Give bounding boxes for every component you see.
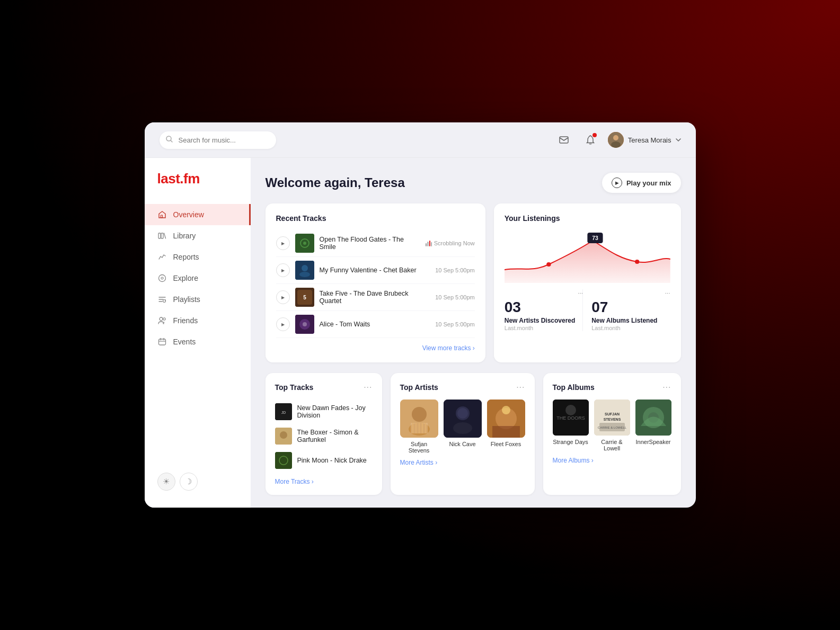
search-input[interactable]	[160, 131, 276, 149]
svg-text:5: 5	[303, 295, 306, 300]
track-name-2: My Funny Valentine - Chet Baker	[320, 267, 430, 274]
logo-text: last.fm	[157, 171, 200, 187]
top-artists-more-button[interactable]: ···	[516, 383, 525, 392]
top-artists-title: Top Artists	[400, 383, 438, 392]
svg-point-25	[303, 242, 306, 245]
track-meta-2: 10 Sep 5:00pm	[435, 267, 475, 273]
top-artists-card: Top Artists ···	[391, 373, 535, 495]
track-item: ▶ Open The Flood Gates - The Smile	[276, 230, 475, 257]
page-header: Welcome again, Teresa ▶ Play your mix	[266, 173, 681, 193]
track-name-3: Take Five - The Dave Brubeck Quartet	[320, 290, 430, 305]
play-mix-label: Play your mix	[626, 179, 671, 187]
light-theme-button[interactable]: ☀	[157, 473, 175, 491]
svg-point-62	[457, 408, 468, 419]
user-menu[interactable]: Teresa Morais	[608, 132, 681, 148]
svg-point-47	[280, 431, 287, 439]
svg-rect-28	[429, 241, 430, 246]
svg-point-18	[163, 318, 165, 320]
svg-point-61	[453, 422, 472, 434]
artist-photo-fleet	[487, 400, 525, 438]
top-track-thumbnail-1: JD	[275, 403, 292, 420]
play-mix-button[interactable]: ▶ Play your mix	[602, 173, 681, 193]
albums-grid: THE DOORS Strange Days SUFJAN	[553, 400, 671, 451]
top-tracks-card: Top Tracks ··· JD New Dawn Fades - Joy D…	[266, 373, 382, 495]
svg-point-5	[613, 135, 618, 140]
sidebar-item-overview[interactable]: Overview	[145, 204, 251, 225]
top-albums-card: Top Albums ··· THE DOORS	[543, 373, 681, 495]
notifications-button[interactable]	[581, 131, 599, 149]
svg-rect-66	[492, 426, 520, 438]
track-thumbnail-1	[295, 234, 314, 253]
svg-point-17	[160, 317, 163, 321]
sidebar-item-label-friends: Friends	[173, 316, 198, 325]
sidebar-item-reports[interactable]: Reports	[145, 246, 251, 268]
more-albums-label: More Albums ›	[553, 457, 594, 464]
album-item-strange: THE DOORS Strange Days	[553, 400, 589, 451]
top-track-thumbnail-2	[275, 428, 292, 445]
sidebar-item-label-events: Events	[173, 338, 196, 346]
svg-point-3	[589, 143, 591, 145]
more-albums-link[interactable]: More Albums ›	[553, 457, 671, 464]
sidebar-item-events[interactable]: Events	[145, 331, 251, 352]
sidebar-item-friends[interactable]: Friends	[145, 310, 251, 331]
artist-item-sufjan: Sufjan Stevens	[400, 400, 438, 454]
artist-name-cave: Nick Cave	[449, 441, 475, 447]
svg-point-10	[158, 275, 165, 282]
sidebar-item-library[interactable]: Library	[145, 225, 251, 246]
album-cover-strange: THE DOORS	[553, 400, 589, 436]
stat-item-artists: ··· 03 New Artists Discovered Last.month	[505, 289, 583, 331]
user-name: Teresa Morais	[628, 136, 671, 144]
track-thumbnail-3: 5	[295, 288, 314, 307]
svg-point-41	[635, 260, 639, 264]
top-track-thumbnail-3	[275, 452, 292, 469]
listenings-card: Your Listenings	[494, 203, 681, 362]
track-item: ▶ 5 Take Five - The Dave Brubeck Quartet…	[276, 284, 475, 311]
mail-button[interactable]	[555, 131, 573, 149]
stat-item-albums: ··· 07 New Albums Listened Last.month	[583, 289, 670, 331]
track-name-1: Open The Flood Gates - The Smile	[320, 236, 420, 251]
svg-point-31	[302, 265, 308, 271]
track-name-4: Alice - Tom Waits	[320, 321, 430, 328]
svg-rect-27	[427, 242, 428, 246]
more-tracks-link[interactable]: More Tracks ›	[275, 478, 373, 485]
more-artists-link[interactable]: More Artists ›	[400, 459, 525, 466]
svg-text:JD: JD	[281, 411, 286, 414]
stat-number-albums: 07	[591, 299, 670, 316]
track-meta-3: 10 Sep 5:00pm	[435, 294, 475, 300]
stat-sub-artists: Last.month	[505, 325, 583, 331]
top-track-item-1: JD New Dawn Fades - Joy Division	[275, 400, 373, 424]
track-play-button-4[interactable]: ▶	[276, 317, 290, 331]
svg-text:THE DOORS: THE DOORS	[556, 415, 585, 421]
stat-more-albums[interactable]: ···	[591, 289, 670, 297]
sidebar-item-playlists[interactable]: Playlists	[145, 289, 251, 310]
sidebar-item-explore[interactable]: Explore	[145, 268, 251, 289]
svg-line-1	[171, 140, 172, 142]
svg-text:CARRIE & LOWELL: CARRIE & LOWELL	[597, 426, 626, 429]
view-more-tracks-link[interactable]: View more tracks ›	[276, 344, 475, 352]
svg-rect-9	[161, 233, 163, 238]
svg-point-11	[161, 277, 163, 279]
svg-text:STEVENS: STEVENS	[603, 418, 621, 421]
svg-point-38	[303, 322, 307, 326]
listenings-chart: 73	[505, 230, 670, 283]
listenings-title: Your Listenings	[505, 214, 670, 223]
track-item: ▶ My Funny Valentine - Chet Baker 10 Sep…	[276, 257, 475, 284]
top-albums-more-button[interactable]: ···	[662, 383, 671, 392]
album-cover-carrie: SUFJAN STEVENS CARRIE & LOWELL	[594, 400, 630, 436]
top-track-name-1: New Dawn Fades - Joy Division	[297, 404, 373, 419]
album-cover-inner	[635, 400, 671, 436]
search-wrapper	[160, 131, 287, 149]
track-play-button-2[interactable]: ▶	[276, 263, 290, 277]
recent-tracks-card: Recent Tracks ▶ Open The Flood Gates - T…	[266, 203, 485, 362]
sidebar-item-label-playlists: Playlists	[173, 295, 200, 304]
dark-theme-button[interactable]: ☽	[180, 473, 198, 491]
search-icon	[166, 136, 173, 144]
track-play-button-1[interactable]: ▶	[276, 236, 290, 250]
top-tracks-more-button[interactable]: ···	[364, 383, 372, 392]
svg-rect-8	[158, 233, 161, 238]
track-play-button-3[interactable]: ▶	[276, 290, 290, 304]
svg-rect-26	[426, 243, 427, 246]
stat-more-artists[interactable]: ···	[505, 289, 583, 297]
top-albums-title: Top Albums	[553, 383, 595, 392]
svg-point-51	[412, 407, 427, 422]
